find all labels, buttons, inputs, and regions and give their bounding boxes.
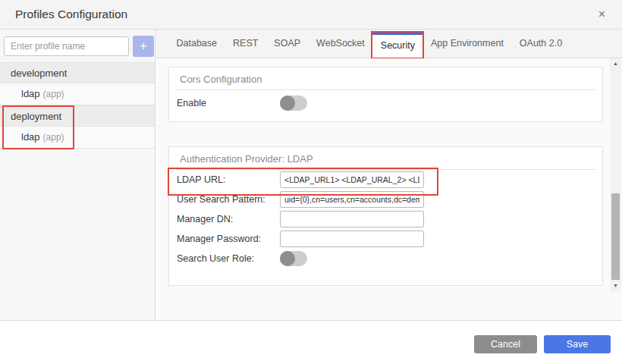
user-search-pattern-label: User Search Pattern:	[177, 194, 280, 205]
add-profile-button[interactable]: +	[133, 36, 154, 57]
profile-item-development[interactable]: development	[0, 62, 155, 83]
scrollbar-thumb[interactable]	[611, 193, 620, 280]
security-panel: Cors Configuration Enable Authentication…	[156, 58, 622, 320]
profile-item-ldap-deployment[interactable]: ldap(app)	[0, 127, 155, 149]
save-button[interactable]: Save	[544, 335, 611, 353]
dialog-footer: Cancel Save	[0, 320, 622, 364]
profile-item-label: ldap	[21, 88, 40, 99]
tab-oauth-20[interactable]: OAuth 2.0	[511, 30, 570, 58]
tab-database[interactable]: Database	[168, 30, 225, 58]
profile-item-label: deployment	[11, 111, 61, 122]
tab-rest[interactable]: REST	[225, 30, 266, 58]
cancel-button[interactable]: Cancel	[474, 335, 537, 353]
close-icon[interactable]: ×	[594, 7, 610, 22]
dialog-header: Profiles Configuration ×	[0, 0, 622, 30]
search-user-role-toggle[interactable]	[280, 251, 307, 266]
scrollbar-up-icon[interactable]: ▲	[610, 58, 621, 69]
toggle-knob	[280, 96, 295, 111]
manager-password-label: Manager Password:	[177, 234, 280, 244]
ldap-url-label: LDAP URL:	[177, 174, 280, 185]
search-user-role-field: Search User Role:	[169, 249, 602, 268]
authentication-provider-card: Authentication Provider: LDAP LDAP URL: …	[168, 146, 603, 286]
manager-password-input[interactable]	[280, 231, 424, 247]
user-search-pattern-input[interactable]	[280, 191, 424, 208]
tab-app-environment[interactable]: App Environment	[423, 30, 511, 58]
profile-name-input[interactable]	[4, 36, 129, 56]
content-area: Database REST SOAP WebSocket Security Ap…	[156, 30, 622, 320]
cors-section-title: Cors Configuration	[176, 67, 595, 90]
cors-configuration-card: Cors Configuration Enable	[168, 67, 603, 122]
profile-item-suffix: (app)	[43, 132, 64, 143]
cors-enable-field: Enable	[169, 90, 602, 112]
manager-dn-input[interactable]	[280, 211, 424, 228]
manager-password-field: Manager Password:	[169, 229, 602, 249]
profile-list: development ldap(app) deployment ldap(ap…	[0, 62, 155, 149]
manager-dn-label: Manager DN:	[177, 214, 280, 224]
profile-add-row: +	[0, 30, 155, 62]
profile-item-label: development	[11, 67, 67, 79]
manager-dn-field: Manager DN:	[169, 209, 602, 229]
dialog-title: Profiles Configuration	[15, 8, 594, 21]
user-search-pattern-field: User Search Pattern:	[169, 190, 602, 209]
search-user-role-label: Search User Role:	[177, 253, 280, 264]
enable-toggle[interactable]	[280, 96, 307, 111]
profile-item-ldap-development[interactable]: ldap(app)	[0, 83, 155, 105]
scrollbar-down-icon[interactable]: ▼	[610, 281, 621, 291]
profiles-configuration-dialog: Profiles Configuration × + development l…	[0, 0, 622, 364]
profile-item-deployment[interactable]: deployment	[0, 105, 155, 127]
dialog-body: + development ldap(app) deployment ldap(…	[0, 30, 622, 320]
profile-item-suffix: (app)	[43, 89, 64, 99]
tab-security[interactable]: Security	[372, 33, 423, 58]
tab-bar: Database REST SOAP WebSocket Security Ap…	[156, 30, 622, 58]
tab-soap[interactable]: SOAP	[266, 30, 309, 58]
scrollbar[interactable]: ▲ ▼	[610, 58, 621, 291]
profiles-sidebar: + development ldap(app) deployment ldap(…	[0, 30, 156, 320]
ldap-url-field: LDAP URL:	[169, 170, 602, 190]
profile-item-label: ldap	[21, 131, 40, 143]
tab-websocket[interactable]: WebSocket	[309, 30, 373, 58]
ldap-url-input[interactable]	[280, 171, 424, 188]
enable-label: Enable	[177, 98, 280, 108]
toggle-knob	[280, 251, 295, 266]
auth-section-title: Authentication Provider: LDAP	[176, 147, 595, 170]
